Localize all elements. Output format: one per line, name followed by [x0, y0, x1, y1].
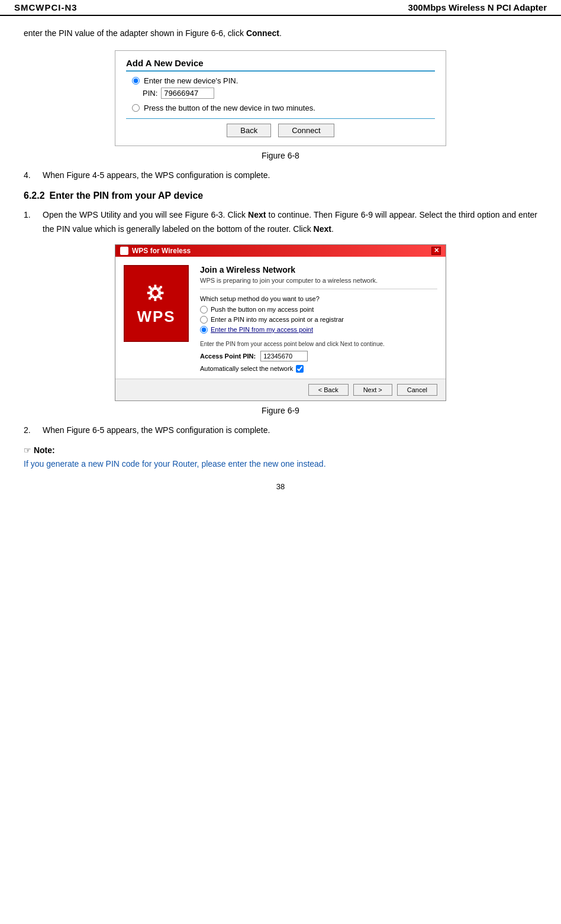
- intro-text-before: enter the PIN value of the adapter shown…: [24, 28, 246, 38]
- wps-option2-label: Enter a PIN into my access point or a re…: [211, 316, 344, 323]
- wps-logo: ⛭ WPS: [124, 265, 189, 342]
- wps-title-left: WPS for Wireless: [120, 247, 191, 255]
- wps-option2: Enter a PIN into my access point or a re…: [200, 316, 437, 324]
- figure2-caption: Figure 6-9: [24, 406, 537, 415]
- pin-label: PIN:: [143, 89, 157, 98]
- note-label: ☞ Note:: [24, 445, 537, 455]
- pin-input[interactable]: [161, 88, 214, 99]
- section-622-title: Enter the PIN from your AP device: [50, 190, 204, 201]
- step1-bold2: Next: [314, 224, 331, 234]
- wps-option3-label: Enter the PIN from my access point: [211, 326, 313, 333]
- back-button[interactable]: Back: [227, 124, 271, 137]
- dialog-buttons: Back Connect: [126, 124, 435, 137]
- step-1: 1. Open the WPS Utility and you will see…: [24, 208, 537, 235]
- wps-ap-pin-row: Access Point PIN:: [200, 351, 437, 361]
- wps-join-title: Join a Wireless Network: [200, 265, 437, 274]
- note-icon: ☞: [24, 445, 34, 455]
- pin-row: PIN:: [143, 88, 435, 99]
- wps-option3: Enter the PIN from my access point: [200, 326, 437, 334]
- wps-title-bar: WPS for Wireless ✕: [115, 245, 446, 257]
- intro-bold: Connect: [246, 28, 279, 38]
- step1-text-before: Open the WPS Utility and you will see Fi…: [43, 210, 248, 219]
- note-section: ☞ Note: If you generate a new PIN code f…: [24, 445, 537, 470]
- option-enter-pin: Enter the new device's PIN.: [132, 76, 435, 85]
- wps-auto-select-checkbox[interactable]: [296, 365, 304, 373]
- intro-paragraph: enter the PIN value of the adapter shown…: [24, 27, 537, 40]
- option-press-button: Press the button of the new device in tw…: [132, 104, 435, 112]
- wps-option1-label: Push the button on my access point: [211, 306, 314, 313]
- option-press-button-radio[interactable]: [132, 104, 140, 112]
- option-enter-pin-radio[interactable]: [132, 77, 140, 85]
- wps-auto-select-label: Automatically select the network: [200, 365, 293, 372]
- wps-right-panel: Join a Wireless Network WPS is preparing…: [200, 265, 437, 379]
- wps-cancel-button[interactable]: Cancel: [397, 384, 437, 396]
- wps-option2-radio[interactable]: [200, 316, 208, 324]
- product-description: 300Mbps Wireless N PCI Adapter: [408, 2, 547, 12]
- step-2: 2. When Figure 6-5 appears, the WPS conf…: [24, 424, 537, 437]
- divider: [126, 118, 435, 119]
- step-4: 4. When Figure 4-5 appears, the WPS conf…: [24, 169, 537, 182]
- wps-footer: < Back Next > Cancel: [115, 379, 446, 400]
- wps-next-button[interactable]: Next >: [353, 384, 392, 396]
- wps-option1: Push the button on my access point: [200, 306, 437, 314]
- wps-pin-instruction: Enter the PIN from your access point bel…: [200, 341, 437, 347]
- connect-button[interactable]: Connect: [278, 124, 334, 137]
- page-footer: 38: [24, 482, 537, 497]
- option-enter-pin-label: Enter the new device's PIN.: [144, 76, 238, 85]
- wps-shield-icon: ⛭: [144, 281, 168, 306]
- wps-question: Which setup method do you want to use?: [200, 295, 437, 302]
- figure1-caption: Figure 6-8: [24, 151, 537, 160]
- wps-close-button[interactable]: ✕: [431, 247, 441, 255]
- note-text: If you generate a new PIN code for your …: [24, 457, 537, 470]
- wps-option1-radio[interactable]: [200, 306, 208, 314]
- step2-num: 2.: [24, 424, 43, 437]
- section-622-heading: 6.2.2 Enter the PIN from your AP device: [24, 190, 537, 201]
- product-model: SMCWPCI-N3: [14, 2, 78, 12]
- wps-auto-select: Automatically select the network: [200, 365, 437, 373]
- wps-back-button[interactable]: < Back: [308, 384, 349, 396]
- intro-text-after: .: [279, 28, 282, 38]
- wps-body: ⛭ WPS Join a Wireless Network WPS is pre…: [115, 257, 446, 379]
- step1-text: Open the WPS Utility and you will see Fi…: [43, 208, 537, 235]
- step1-bold1: Next: [248, 210, 266, 219]
- step4-num: 4.: [24, 169, 43, 182]
- wps-logo-text: WPS: [137, 308, 175, 326]
- wps-dialog: WPS for Wireless ✕ ⛭ WPS Join a Wireless…: [115, 244, 446, 401]
- wps-ap-pin-label: Access Point PIN:: [200, 353, 256, 360]
- wps-title-text: WPS for Wireless: [132, 247, 191, 255]
- wps-small-icon: [120, 247, 128, 255]
- page-number: 38: [276, 482, 285, 491]
- wps-ap-pin-input[interactable]: [260, 351, 308, 361]
- step4-text: When Figure 4-5 appears, the WPS configu…: [43, 169, 537, 182]
- step1-num: 1.: [24, 208, 43, 222]
- option-press-button-label: Press the button of the new device in tw…: [144, 104, 315, 112]
- note-bold: Note:: [34, 445, 55, 455]
- page-header: SMCWPCI-N3 300Mbps Wireless N PCI Adapte…: [0, 0, 561, 16]
- wps-option3-radio[interactable]: [200, 326, 208, 334]
- wps-join-desc: WPS is preparing to join your computer t…: [200, 277, 437, 289]
- wps-left-panel: ⛭ WPS: [124, 265, 192, 379]
- add-device-title: Add A New Device: [126, 58, 435, 72]
- step1-text3: .: [331, 224, 334, 234]
- page-content: enter the PIN value of the adapter shown…: [0, 27, 561, 497]
- add-device-dialog: Add A New Device Enter the new device's …: [115, 50, 446, 146]
- step2-text: When Figure 6-5 appears, the WPS configu…: [43, 424, 537, 437]
- section-622-num: 6.2.2: [24, 190, 45, 201]
